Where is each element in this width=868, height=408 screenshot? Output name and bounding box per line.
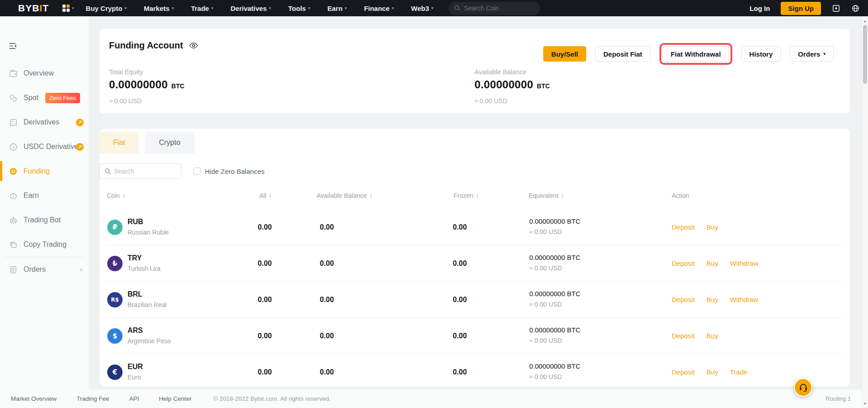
nav-item-earn[interactable]: Earn▾ xyxy=(327,5,347,12)
sidebar-item-copy-trading[interactable]: Copy Trading xyxy=(0,232,89,257)
asset-search[interactable] xyxy=(100,163,181,179)
trade-link[interactable]: Trade xyxy=(730,368,748,376)
chevron-right-icon: › xyxy=(80,265,82,274)
logo-text: BYB xyxy=(18,3,39,13)
copy-icon xyxy=(9,240,18,249)
cell-equivalent-usd: ≈ 0.00 USD xyxy=(529,264,562,272)
headset-icon xyxy=(798,383,808,393)
deposit-link[interactable]: Deposit xyxy=(672,332,695,340)
tab-fiat[interactable]: Fiat xyxy=(100,132,139,154)
bybit-logo[interactable]: BYBIT xyxy=(18,3,49,14)
orders-dropdown-button[interactable]: Orders▾ xyxy=(790,46,834,62)
column-header-equivalent[interactable]: Equivalent▲▼ xyxy=(529,192,564,199)
coin-name: Russian Ruble xyxy=(128,229,169,236)
chevron-down-icon: ▾ xyxy=(345,6,347,10)
footer-link-market-overview[interactable]: Market Overview xyxy=(11,395,57,402)
footer-link-help-center[interactable]: Help Center xyxy=(159,395,191,402)
nav-item-buy-crypto[interactable]: Buy Crypto▾ xyxy=(86,5,127,12)
coin-icon-brl: R$ xyxy=(107,292,123,307)
scroll-down-arrow[interactable]: ▼ xyxy=(862,400,868,407)
deposit-link[interactable]: Deposit xyxy=(672,296,695,303)
footer-link-trading-fee[interactable]: Trading Fee xyxy=(76,395,109,402)
tab-crypto[interactable]: Crypto xyxy=(145,132,194,154)
column-header-all[interactable]: All▲▼ xyxy=(208,192,272,199)
coin-icon-try: ₺ xyxy=(107,256,123,271)
language-globe-icon[interactable] xyxy=(851,4,860,13)
buy-link[interactable]: Buy xyxy=(707,223,718,231)
toggle-balance-visibility-eye-icon[interactable] xyxy=(189,42,198,49)
nav-item-trade[interactable]: Trade▾ xyxy=(191,5,213,12)
deposit-fiat-button[interactable]: Deposit Fiat xyxy=(595,46,650,62)
sidebar-item-trading-bot[interactable]: Trading Bot xyxy=(0,208,89,232)
hide-zero-balances[interactable]: Hide Zero Balances xyxy=(194,163,265,179)
funding-account-card: Funding Account Buy/Sell Deposit Fiat Fi… xyxy=(100,29,850,114)
hide-zero-checkbox[interactable] xyxy=(194,168,201,175)
search-icon xyxy=(104,168,111,174)
chevron-down-icon: ▾ xyxy=(172,6,174,10)
asset-search-input[interactable] xyxy=(114,168,176,175)
deposit-link[interactable]: Deposit xyxy=(672,368,695,376)
withdraw-link[interactable]: Withdraw xyxy=(730,296,759,303)
history-button[interactable]: History xyxy=(741,46,781,62)
nav-item-derivatives[interactable]: Derivatives▾ xyxy=(231,5,271,12)
apps-menu-button[interactable]: ▾ xyxy=(62,5,74,12)
coin-icon-rub: ₽ xyxy=(107,220,123,235)
available-balance-value: 0.00000000 BTC xyxy=(474,78,550,91)
page-title: Funding Account xyxy=(109,40,198,51)
piggy-bank-icon xyxy=(9,192,18,200)
scrollbar-thumb[interactable] xyxy=(863,25,867,84)
download-app-icon[interactable] xyxy=(832,4,840,13)
column-header-frozen[interactable]: Frozen▲▼ xyxy=(454,192,479,199)
sidebar-item-derivatives[interactable]: Derivatives xyxy=(0,110,89,134)
sidebar-item-orders[interactable]: Orders › xyxy=(0,257,89,282)
fiat-withdrawal-button[interactable]: Fiat Withdrawal xyxy=(663,46,729,62)
sort-icon: ▲▼ xyxy=(269,193,272,198)
buy-link[interactable]: Buy xyxy=(707,296,718,303)
footer-link-api[interactable]: API xyxy=(129,395,139,402)
row-actions: Deposit Buy xyxy=(672,332,718,340)
nav-item-web3[interactable]: Web3▾ xyxy=(411,5,433,12)
sort-icon: ▲▼ xyxy=(123,193,125,198)
signup-button[interactable]: Sign Up xyxy=(781,2,821,15)
row-actions: Deposit Buy Withdraw xyxy=(672,259,758,267)
cell-frozen: 0.00 xyxy=(453,259,467,268)
coin-search[interactable] xyxy=(449,2,540,15)
buy-sell-button[interactable]: Buy/Sell xyxy=(543,46,586,62)
cell-available: 0.00 xyxy=(320,332,334,340)
available-balance-label: Available Balance xyxy=(474,68,526,76)
table-header: Coin▲▼ All▲▼ Available Balance▲▼ Frozen▲… xyxy=(100,192,850,205)
cell-all: 0.00 xyxy=(208,259,272,268)
buy-link[interactable]: Buy xyxy=(707,259,718,267)
sidebar-item-funding[interactable]: Funding xyxy=(0,159,89,183)
sidebar-collapse-icon[interactable] xyxy=(9,43,18,51)
cell-equivalent-usd: ≈ 0.00 USD xyxy=(529,228,562,235)
vertical-scrollbar[interactable]: ▲ ▼ xyxy=(862,16,868,408)
support-chat-button[interactable] xyxy=(794,378,812,397)
cell-available: 0.00 xyxy=(320,259,334,268)
sidebar: Overview Spot Zero Fees Derivatives S US… xyxy=(0,16,89,389)
row-actions: Deposit Buy Trade xyxy=(672,368,747,376)
deposit-link[interactable]: Deposit xyxy=(672,259,695,267)
sidebar-item-usdc-derivatives[interactable]: S USDC Derivatives xyxy=(0,134,89,159)
coin-symbol: TRY xyxy=(128,254,142,262)
sidebar-item-spot[interactable]: Spot Zero Fees xyxy=(0,86,89,110)
coin-search-input[interactable] xyxy=(464,5,535,12)
column-header-action: Action xyxy=(672,192,689,199)
column-header-coin[interactable]: Coin▲▼ xyxy=(107,192,125,199)
cell-all: 0.00 xyxy=(208,332,272,340)
column-header-available-balance[interactable]: Available Balance▲▼ xyxy=(317,192,372,199)
login-button[interactable]: Log In xyxy=(749,5,770,12)
deposit-link[interactable]: Deposit xyxy=(672,223,695,231)
buy-link[interactable]: Buy xyxy=(707,368,718,376)
orders-icon xyxy=(9,265,18,274)
nav-item-finance[interactable]: Finance▾ xyxy=(364,5,394,12)
cell-frozen: 0.00 xyxy=(453,223,467,231)
withdraw-link[interactable]: Withdraw xyxy=(730,259,759,267)
sidebar-item-overview[interactable]: Overview xyxy=(0,61,89,86)
nav-item-tools[interactable]: Tools▾ xyxy=(288,5,310,12)
asset-row-brl: R$ BRL Brazilian Real 0.00 0.00 0.00 0.0… xyxy=(100,282,850,318)
nav-item-markets[interactable]: Markets▾ xyxy=(144,5,174,12)
buy-link[interactable]: Buy xyxy=(707,332,718,340)
scroll-up-arrow[interactable]: ▲ xyxy=(862,17,868,24)
sidebar-item-earn[interactable]: Earn xyxy=(0,183,89,208)
